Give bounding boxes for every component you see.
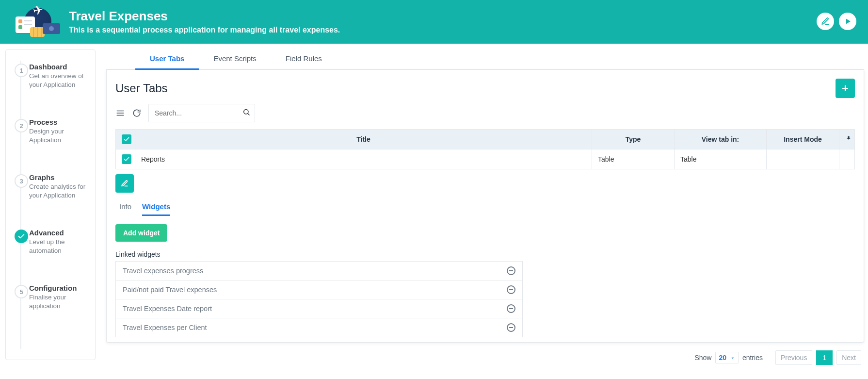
col-type[interactable]: Type bbox=[592, 130, 675, 149]
cell-view: Table bbox=[675, 149, 767, 169]
remove-widget-icon[interactable] bbox=[507, 285, 515, 294]
widget-name: Travel Expenses per Client bbox=[123, 324, 207, 331]
step-number: 1 bbox=[15, 64, 28, 77]
detail-subtabs: Info Widgets bbox=[115, 198, 855, 216]
cell-title: Reports bbox=[135, 149, 592, 169]
step-desc: Finalise your application bbox=[29, 293, 92, 310]
app-logo: ✈ bbox=[12, 6, 60, 37]
page-size-select[interactable]: 20 bbox=[715, 352, 738, 363]
list-item[interactable]: Travel expenses progress bbox=[115, 261, 523, 280]
refresh-icon[interactable] bbox=[132, 108, 142, 118]
step-desc: Design your Application bbox=[29, 127, 92, 144]
pager-show-label: Show bbox=[694, 354, 711, 362]
list-item[interactable]: Paid/not paid Travel expenses bbox=[115, 280, 523, 299]
svg-rect-2 bbox=[842, 88, 848, 89]
add-widget-button[interactable]: Add widget bbox=[115, 224, 167, 242]
sidebar-step-configuration[interactable]: 5 Configuration Finalise your applicatio… bbox=[11, 284, 93, 310]
app-subtitle: This is a sequential process application… bbox=[69, 26, 808, 34]
tab-user-tabs[interactable]: User Tabs bbox=[135, 49, 199, 70]
cell-insert bbox=[767, 149, 839, 169]
step-title: Advanced bbox=[29, 229, 93, 237]
step-desc: Get an overview of your Application bbox=[29, 72, 92, 89]
edit-app-button[interactable] bbox=[817, 13, 834, 30]
app-title: Travel Expenses bbox=[69, 9, 808, 24]
step-title: Graphs bbox=[29, 173, 93, 181]
linked-widgets-list: Travel expenses progress Paid/not paid T… bbox=[115, 261, 523, 337]
step-number: 3 bbox=[15, 174, 28, 188]
search-icon[interactable] bbox=[242, 108, 250, 118]
step-number: 2 bbox=[15, 119, 28, 132]
select-all-header[interactable] bbox=[116, 130, 135, 149]
table-pagination: Show 20 entries Previous 1 Next bbox=[106, 350, 861, 365]
table-toolbar bbox=[115, 104, 855, 122]
col-insert-mode[interactable]: Insert Mode bbox=[767, 130, 839, 149]
widget-name: Travel Expenses Date report bbox=[123, 305, 212, 313]
step-check-icon bbox=[15, 230, 28, 243]
remove-widget-icon[interactable] bbox=[507, 323, 515, 332]
user-tabs-panel: User Tabs bbox=[106, 70, 864, 343]
wizard-sidebar: 1 Dashboard Get an overview of your Appl… bbox=[5, 49, 96, 360]
search-input[interactable] bbox=[148, 104, 255, 122]
col-view[interactable]: View tab in: bbox=[675, 130, 767, 149]
list-item[interactable]: Travel Expenses per Client bbox=[115, 318, 523, 337]
step-title: Dashboard bbox=[29, 63, 93, 71]
main-content: User Tabs Event Scripts Field Rules User… bbox=[106, 49, 864, 365]
run-app-button[interactable] bbox=[839, 13, 856, 30]
header-actions bbox=[817, 13, 856, 30]
add-user-tab-button[interactable] bbox=[836, 79, 855, 98]
pager-prev[interactable]: Previous bbox=[775, 350, 812, 365]
svg-line-7 bbox=[248, 114, 249, 115]
remove-widget-icon[interactable] bbox=[507, 304, 515, 313]
search-input-wrap bbox=[148, 104, 255, 122]
cell-type: Table bbox=[592, 149, 675, 169]
linked-widgets-title: Linked widgets bbox=[115, 250, 855, 258]
subtab-info[interactable]: Info bbox=[119, 198, 131, 216]
pager-current: 1 bbox=[816, 350, 833, 365]
edit-row-button[interactable] bbox=[115, 174, 134, 193]
sidebar-step-process[interactable]: 2 Process Design your Application bbox=[11, 118, 93, 144]
remove-widget-icon[interactable] bbox=[507, 266, 515, 275]
pager-entries-label: entries bbox=[742, 354, 763, 362]
step-title: Configuration bbox=[29, 284, 93, 292]
panel-title: User Tabs bbox=[115, 82, 168, 95]
user-tabs-table: Title Type View tab in: Insert Mode bbox=[115, 129, 855, 169]
widget-name: Paid/not paid Travel expenses bbox=[123, 286, 217, 294]
step-title: Process bbox=[29, 118, 93, 126]
sidebar-step-dashboard[interactable]: 1 Dashboard Get an overview of your Appl… bbox=[11, 63, 93, 89]
table-row[interactable]: Reports Table Table bbox=[116, 149, 855, 169]
app-header: ✈ Travel Expenses This is a sequential p… bbox=[0, 0, 868, 44]
sidebar-step-advanced[interactable]: Advanced Level up the automation bbox=[11, 229, 93, 255]
widget-name: Travel expenses progress bbox=[123, 267, 203, 275]
col-title[interactable]: Title bbox=[135, 130, 592, 149]
list-item[interactable]: Travel Expenses Date report bbox=[115, 299, 523, 318]
pager-next[interactable]: Next bbox=[836, 350, 861, 365]
row-checkbox[interactable] bbox=[122, 154, 131, 164]
step-desc: Create analytics for your Application bbox=[29, 182, 92, 199]
step-desc: Level up the automation bbox=[29, 238, 92, 255]
subtab-widgets[interactable]: Widgets bbox=[142, 198, 170, 216]
tab-event-scripts[interactable]: Event Scripts bbox=[199, 49, 271, 69]
sidebar-step-graphs[interactable]: 3 Graphs Create analytics for your Appli… bbox=[11, 173, 93, 199]
menu-icon[interactable] bbox=[115, 108, 125, 118]
col-pin-icon[interactable] bbox=[839, 130, 855, 149]
section-tabs: User Tabs Event Scripts Field Rules bbox=[106, 49, 864, 70]
step-number: 5 bbox=[15, 285, 28, 298]
tab-field-rules[interactable]: Field Rules bbox=[271, 49, 337, 69]
svg-marker-0 bbox=[846, 19, 851, 24]
